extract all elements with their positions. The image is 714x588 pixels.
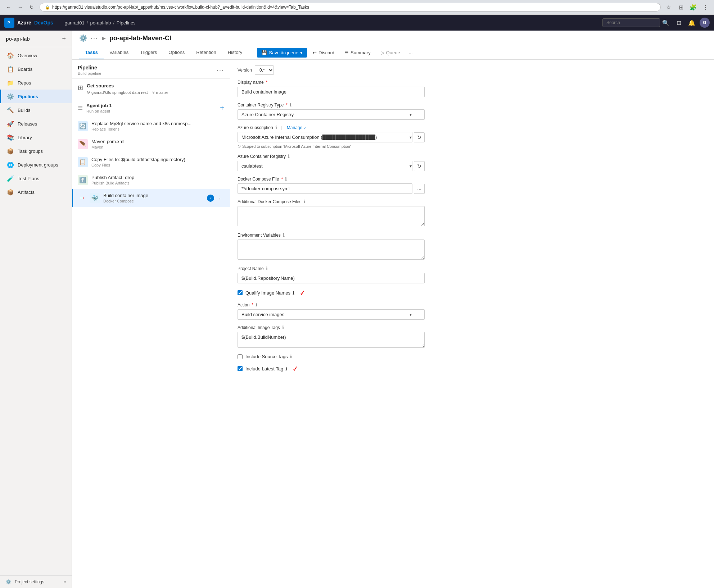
tab-retention[interactable]: Retention (190, 46, 222, 59)
tab-options[interactable]: Options (163, 46, 190, 59)
acr-refresh-button[interactable]: ↻ (414, 161, 425, 171)
get-sources-info: ⊙ ganrad/k8s-springboot-data-rest ⑂ mast… (87, 90, 224, 95)
sidebar-label-boards: Boards (18, 67, 32, 72)
breadcrumb-project[interactable]: po-api-lab (90, 20, 111, 26)
registry-type-info-icon[interactable]: ℹ (290, 102, 292, 108)
action-info-icon[interactable]: ℹ (256, 302, 257, 307)
url-bar[interactable]: 🔒 https://ganrad01.visualstudio.com/po-a… (40, 3, 661, 12)
sidebar-item-deployment-groups[interactable]: 🌐 Deployment groups (0, 158, 72, 172)
sidebar-add-button[interactable]: + (62, 35, 66, 42)
queue-button[interactable]: ▷ Queue (376, 48, 405, 58)
branch-name: master (156, 90, 168, 95)
tab-history[interactable]: History (222, 46, 248, 59)
task-item-publish-artifact[interactable]: ⬆️ Publish Artifact: drop Publish Build … (72, 171, 230, 189)
azure-icon: P (4, 18, 14, 28)
sidebar-item-builds[interactable]: 🔨 Builds (0, 103, 72, 117)
search-button[interactable]: 🔍 (662, 19, 669, 26)
sidebar-item-repos[interactable]: 📁 Repos (0, 76, 72, 90)
deployment-groups-icon: 🌐 (7, 161, 14, 168)
breadcrumb-section[interactable]: Pipelines (117, 20, 136, 26)
task-item-maven[interactable]: 🪶 Maven pom.xml Maven (72, 135, 230, 153)
manage-external-icon: ↗ (304, 126, 307, 130)
more-actions-button[interactable]: ··· (406, 48, 416, 58)
task-item-replace-mysql[interactable]: 🔄 Replace MySql service name and k8s nam… (72, 117, 230, 135)
add-task-button[interactable]: + (220, 104, 224, 112)
pipeline-more-button[interactable]: ··· (217, 67, 224, 74)
subscription-refresh-button[interactable]: ↻ (414, 132, 425, 142)
settings-gear-icon: ⚙️ (6, 579, 11, 584)
azure-subscription-select[interactable]: Microsoft Azure Internal Consumption (██… (238, 132, 412, 142)
sidebar-item-pipelines[interactable]: ⚙️ Pipelines (0, 90, 72, 103)
breadcrumb: ganrad01 / po-api-lab / Pipelines (65, 20, 136, 26)
save-queue-button[interactable]: 💾 Save & queue ▾ (257, 48, 307, 58)
action-select[interactable]: Build service images (238, 309, 425, 320)
right-panel: Version 0.* Display name * (230, 60, 714, 588)
additional-docker-compose-input[interactable] (238, 206, 425, 226)
back-button[interactable]: ← (4, 2, 14, 12)
avatar[interactable]: G (700, 18, 710, 28)
project-settings[interactable]: ⚙️ Project settings « (0, 575, 72, 588)
extensions-button[interactable]: 🧩 (688, 2, 698, 12)
qualify-names-info-icon[interactable]: ℹ (293, 290, 294, 296)
app-logo[interactable]: P Azure DevOps (4, 18, 53, 28)
environment-variables-input[interactable] (238, 240, 425, 260)
bell-icon[interactable]: 🔔 (687, 18, 697, 28)
acr-info-icon[interactable]: ℹ (288, 154, 290, 159)
sidebar-item-overview[interactable]: 🏠 Overview (0, 49, 72, 62)
additional-compose-info-icon[interactable]: ℹ (303, 199, 305, 204)
subscription-info-icon[interactable]: ℹ (275, 125, 277, 130)
task-item-build-container[interactable]: → 🐳 Build container image Docker Compose… (72, 189, 230, 207)
devops-text: DevOps (34, 20, 53, 26)
image-tags-info-icon[interactable]: ℹ (282, 325, 284, 330)
include-source-tags-label[interactable]: Include Source Tags ℹ (245, 354, 292, 359)
menu-button[interactable]: ⋮ (700, 2, 710, 12)
get-sources[interactable]: ⊞ Get sources ⊙ ganrad/k8s-springboot-da… (72, 79, 230, 99)
star-button[interactable]: ☆ (664, 2, 674, 12)
project-name-info-icon[interactable]: ℹ (266, 266, 268, 271)
docker-compose-info-icon[interactable]: ℹ (285, 176, 287, 182)
qualify-image-names-checkbox[interactable] (238, 290, 243, 295)
include-latest-tag-checkbox[interactable] (238, 366, 243, 371)
qualify-image-names-label[interactable]: Qualify Image Names ℹ (245, 290, 294, 296)
additional-image-tags-input[interactable] (238, 332, 425, 348)
display-name-input[interactable] (238, 87, 425, 97)
container-registry-type-label: Container Registry Type * ℹ (238, 102, 425, 108)
docker-compose-file-input[interactable] (238, 183, 412, 194)
publish-artifact-icon: ⬆️ (78, 175, 88, 185)
agent-job-icon: ☰ (78, 105, 83, 111)
task-item-copy-files[interactable]: 📋 Copy Files to: $(build.artifactstaging… (72, 153, 230, 171)
page-title: po-api-lab-Maven-CI (109, 35, 171, 42)
discard-button[interactable]: ↩ Discard (308, 48, 339, 58)
include-latest-tag-label[interactable]: Include Latest Tag ℹ (245, 366, 287, 372)
page-header-more[interactable]: ··· (91, 35, 98, 42)
sidebar-item-task-groups[interactable]: 📦 Task groups (0, 144, 72, 158)
tab-tasks[interactable]: Tasks (79, 46, 104, 59)
project-settings-label: Project settings (15, 579, 44, 584)
env-vars-info-icon[interactable]: ℹ (283, 232, 285, 238)
version-select[interactable]: 0.* (255, 65, 274, 75)
refresh-button[interactable]: ↻ (27, 2, 37, 12)
task-menu-button[interactable]: ⋮ (216, 194, 224, 202)
sidebar-item-test-plans[interactable]: 🧪 Test Plans (0, 172, 72, 185)
sidebar-item-artifacts[interactable]: 📦 Artifacts (0, 185, 72, 199)
source-tags-info-icon[interactable]: ℹ (290, 354, 292, 359)
tab-triggers[interactable]: Triggers (134, 46, 163, 59)
forward-button[interactable]: → (15, 2, 25, 12)
tab-variables[interactable]: Variables (104, 46, 134, 59)
sidebar-item-boards[interactable]: 📋 Boards (0, 62, 72, 76)
container-registry-type-select[interactable]: Azure Container Registry (238, 109, 425, 120)
sidebar-item-releases[interactable]: 🚀 Releases (0, 117, 72, 131)
summary-button[interactable]: ☰ Summary (340, 48, 375, 58)
grid-icon[interactable]: ⊞ (674, 18, 684, 28)
windows-button[interactable]: ⊞ (676, 2, 686, 12)
acr-select[interactable]: csulabtest (238, 161, 412, 171)
search-input[interactable] (602, 18, 660, 27)
include-source-tags-checkbox[interactable] (238, 354, 243, 359)
breadcrumb-sep-2: / (113, 20, 114, 26)
breadcrumb-org[interactable]: ganrad01 (65, 20, 85, 26)
docker-compose-browse-button[interactable]: ··· (414, 184, 425, 194)
manage-link[interactable]: Manage ↗ (287, 125, 307, 130)
sidebar-item-library[interactable]: 📚 Library (0, 131, 72, 144)
project-name-input[interactable] (238, 273, 425, 283)
latest-tag-info-icon[interactable]: ℹ (285, 366, 287, 372)
